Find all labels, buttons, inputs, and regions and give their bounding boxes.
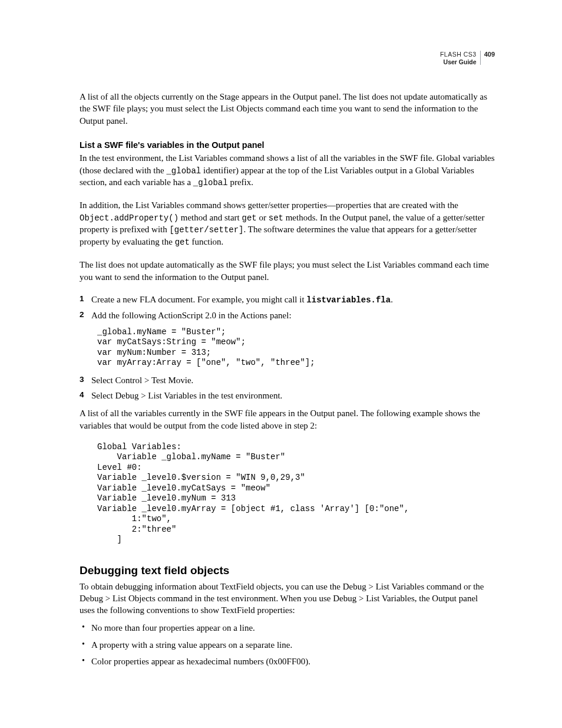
code-inline-get: get: [175, 238, 190, 247]
step-3: Select Control > Test Movie.: [80, 374, 495, 386]
step-2-text: Add the following ActionScript 2.0 in th…: [91, 311, 292, 320]
code-inline-global: _global: [193, 178, 228, 187]
text-run: method and start: [178, 213, 242, 222]
text-run: Create a new FLA document. For example, …: [91, 295, 306, 304]
bullet-3: Color properties appear as hexadecimal n…: [80, 655, 495, 667]
sec1-paragraph-2: In addition, the List Variables command …: [80, 199, 495, 248]
text-run: In addition, the List Variables command …: [80, 200, 458, 210]
code-inline-gettersetter: [getter/setter]: [169, 225, 243, 235]
sec1-paragraph-1: In the test environment, the List Variab…: [80, 152, 495, 189]
section-heading-textfield: Debugging text field objects: [80, 563, 495, 578]
bullet-1: No more than four properties appear on a…: [80, 622, 495, 634]
header-subtitle: User Guide: [440, 58, 477, 66]
code-block-output: Global Variables: Variable _global.myNam…: [97, 442, 495, 545]
document-page: FLASH CS3 User Guide 409 A list of all t…: [0, 0, 562, 728]
page-header: FLASH CS3 User Guide 409: [440, 51, 495, 66]
code-inline-global: _global: [166, 166, 201, 176]
step-1: Create a new FLA document. For example, …: [80, 294, 495, 306]
code-inline-addproperty: Object.addProperty(): [80, 213, 178, 223]
step-2: Add the following ActionScript 2.0 in th…: [80, 309, 495, 321]
step-4: Select Debug > List Variables in the tes…: [80, 390, 495, 401]
output-paragraph: A list of all the variables currently in…: [80, 407, 495, 431]
section-heading-list-variables: List a SWF file's variables in the Outpu…: [80, 140, 495, 151]
page-content: A list of all the objects currently on t…: [80, 91, 495, 667]
bullet-list: No more than four properties appear on a…: [80, 622, 495, 667]
intro-paragraph: A list of all the objects currently on t…: [80, 91, 495, 127]
steps-list: Create a new FLA document. For example, …: [80, 294, 495, 321]
code-inline-get: get: [242, 213, 257, 223]
bullet-2: A property with a string value appears o…: [80, 639, 495, 651]
text-run: function.: [190, 237, 224, 246]
sec1-paragraph-3: The list does not update automatically a…: [80, 259, 495, 283]
code-inline-set: set: [269, 213, 283, 223]
text-run: prefix.: [228, 177, 253, 187]
header-text-block: FLASH CS3 User Guide: [440, 51, 477, 66]
header-product: FLASH CS3: [440, 51, 477, 58]
text-run: .: [391, 295, 393, 304]
header-page-number: 409: [484, 51, 495, 58]
header-divider: [480, 51, 481, 65]
code-block-actionscript: _global.myName = "Buster"; var myCatSays…: [97, 327, 495, 368]
sec2-paragraph-1: To obtain debugging information about Te…: [80, 581, 495, 617]
text-run: or: [257, 213, 269, 222]
steps-list-cont: Select Control > Test Movie. Select Debu…: [80, 374, 495, 402]
code-filename: listvariables.fla: [306, 295, 391, 305]
